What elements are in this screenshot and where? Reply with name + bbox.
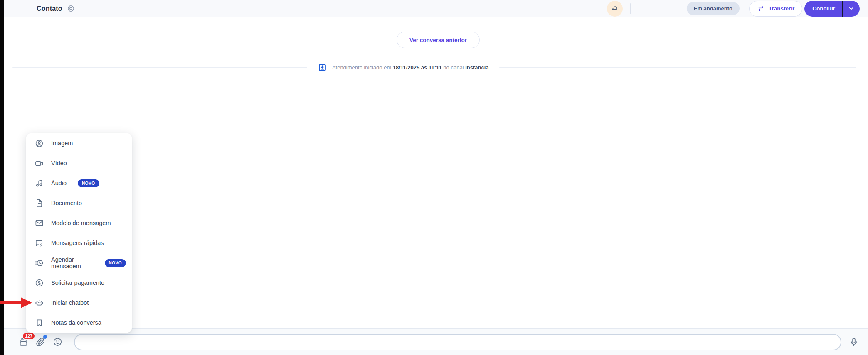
menu-item-agendar-mensagem[interactable]: Agendar mensagem NOVO bbox=[26, 253, 132, 273]
previous-conversation-button[interactable]: Ver conversa anterior bbox=[397, 32, 480, 48]
menu-item-label: Vídeo bbox=[51, 160, 67, 166]
conclude-button[interactable]: Concluir bbox=[804, 1, 842, 17]
video-icon bbox=[35, 159, 44, 168]
menu-item-label: Áudio bbox=[51, 180, 67, 186]
system-message-text: Atendimento iniciado em 18/11/2025 às 11… bbox=[332, 64, 489, 71]
document-icon bbox=[35, 198, 44, 208]
menu-item-notas-da-conversa[interactable]: Notas da conversa bbox=[26, 313, 132, 333]
menu-item-iniciar-chatbot[interactable]: Iniciar chatbot bbox=[26, 293, 132, 313]
record-audio-button[interactable] bbox=[848, 336, 860, 348]
emoji-smiley-icon bbox=[52, 337, 63, 347]
header-actions: Em andamento Transferir Concluir bbox=[607, 1, 860, 17]
chevron-down-icon bbox=[848, 5, 854, 12]
unread-count-badge: 127 bbox=[22, 332, 35, 340]
conclude-dropdown-button[interactable] bbox=[843, 1, 860, 17]
menu-item-documento[interactable]: Documento bbox=[26, 193, 132, 213]
system-message-prefix: Atendimento iniciado em bbox=[332, 64, 391, 71]
menu-item-label: Mensagens rápidas bbox=[51, 240, 104, 246]
chat-screen: Contato Em andamento bbox=[0, 0, 868, 355]
quick-messages-drawer-button[interactable]: 127 bbox=[17, 336, 29, 348]
chatbot-icon bbox=[35, 298, 44, 308]
page-title: Contato bbox=[37, 5, 62, 12]
divider-line bbox=[499, 67, 856, 68]
status-badge: Em andamento bbox=[687, 2, 740, 15]
menu-item-audio[interactable]: Áudio NOVO bbox=[26, 173, 132, 193]
attach-file-button[interactable] bbox=[35, 336, 46, 348]
service-started-icon bbox=[318, 63, 327, 72]
menu-item-label: Imagem bbox=[51, 140, 73, 147]
message-input[interactable] bbox=[74, 334, 841, 350]
transfer-button[interactable]: Transferir bbox=[749, 1, 802, 17]
menu-item-label: Iniciar chatbot bbox=[51, 299, 89, 306]
attachment-menu: Imagem Vídeo Áudio NOVO bbox=[26, 133, 132, 333]
header-divider bbox=[630, 3, 631, 14]
menu-item-imagem[interactable]: Imagem bbox=[26, 133, 132, 153]
search-list-icon bbox=[611, 5, 619, 12]
menu-item-label: Documento bbox=[51, 200, 82, 206]
transfer-label: Transferir bbox=[769, 5, 794, 12]
conversation-notes-icon bbox=[35, 318, 44, 328]
emoji-button[interactable] bbox=[52, 336, 63, 348]
system-message: Atendimento iniciado em 18/11/2025 às 11… bbox=[318, 63, 489, 72]
contact-title-wrap: Contato bbox=[37, 4, 75, 13]
view-contact-icon[interactable] bbox=[67, 4, 75, 13]
cropped-sidebar-edge bbox=[0, 0, 4, 355]
image-icon bbox=[35, 139, 44, 148]
divider-line bbox=[12, 67, 307, 68]
attachment-notification-dot bbox=[43, 335, 47, 339]
menu-item-label: Agendar mensagem bbox=[51, 256, 94, 269]
menu-item-label: Modelo de mensagem bbox=[51, 220, 111, 226]
message-composer: 127 bbox=[4, 328, 868, 355]
menu-item-solicitar-pagamento[interactable]: Solicitar pagamento bbox=[26, 273, 132, 293]
novo-badge: NOVO bbox=[78, 179, 99, 187]
menu-item-video[interactable]: Vídeo bbox=[26, 153, 132, 173]
menu-item-modelo-de-mensagem[interactable]: Modelo de mensagem bbox=[26, 213, 132, 233]
search-conversation-button[interactable] bbox=[607, 1, 623, 17]
schedule-message-icon bbox=[35, 258, 44, 268]
transfer-arrows-icon bbox=[757, 5, 765, 12]
system-message-row: Atendimento iniciado em 18/11/2025 às 11… bbox=[12, 63, 856, 71]
audio-icon bbox=[35, 179, 44, 188]
menu-item-mensagens-rapidas[interactable]: Mensagens rápidas bbox=[26, 233, 132, 253]
system-message-datetime: 18/11/2025 às 11:11 bbox=[393, 64, 442, 71]
system-message-connector: no canal bbox=[443, 64, 464, 71]
novo-badge: NOVO bbox=[105, 259, 126, 267]
menu-item-label: Notas da conversa bbox=[51, 319, 101, 326]
payment-icon bbox=[35, 278, 44, 288]
conclude-split-button: Concluir bbox=[804, 1, 860, 17]
system-message-channel: Instância bbox=[465, 64, 488, 71]
menu-item-label: Solicitar pagamento bbox=[51, 279, 104, 286]
conversation-header: Contato Em andamento bbox=[4, 0, 868, 17]
message-template-icon bbox=[35, 218, 44, 228]
conclude-label: Concluir bbox=[812, 5, 835, 12]
quick-messages-icon bbox=[35, 238, 44, 248]
microphone-icon bbox=[848, 337, 859, 348]
